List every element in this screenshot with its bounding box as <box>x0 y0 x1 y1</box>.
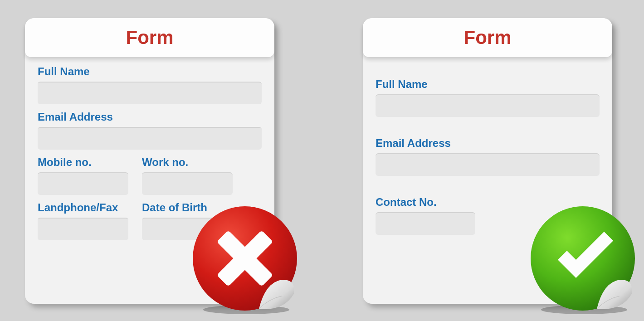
label-work: Work no. <box>142 156 233 169</box>
label-full-name-good: Full Name <box>376 78 600 91</box>
bad-form-header: Form <box>25 18 274 57</box>
field-landphone: Landphone/Fax <box>38 201 128 240</box>
input-landphone[interactable] <box>38 218 128 240</box>
correct-sticker-icon <box>526 202 639 315</box>
field-email-good: Email Address <box>376 137 600 176</box>
field-work: Work no. <box>142 156 233 195</box>
field-full-name: Full Name <box>38 65 262 104</box>
label-email-good: Email Address <box>376 137 600 150</box>
label-email: Email Address <box>38 111 262 123</box>
input-email[interactable] <box>38 127 262 150</box>
field-full-name-good: Full Name <box>376 78 600 117</box>
good-form-title: Form <box>464 27 512 49</box>
input-contact-good[interactable] <box>376 212 475 235</box>
input-mobile[interactable] <box>38 172 128 195</box>
label-mobile: Mobile no. <box>38 156 128 169</box>
input-email-good[interactable] <box>376 153 600 176</box>
field-email: Email Address <box>38 111 262 150</box>
bad-form-card: Form Full Name Email Address Mobile no. … <box>25 18 274 304</box>
good-form-header: Form <box>363 18 612 57</box>
label-full-name: Full Name <box>38 65 262 78</box>
input-full-name-good[interactable] <box>376 94 600 117</box>
input-full-name[interactable] <box>38 82 262 104</box>
field-mobile: Mobile no. <box>38 156 128 195</box>
good-form-card: Form Full Name Email Address Contact No. <box>363 18 612 304</box>
incorrect-sticker-icon <box>188 202 302 315</box>
bad-form-title: Form <box>126 27 174 49</box>
input-work[interactable] <box>142 172 233 195</box>
label-landphone: Landphone/Fax <box>38 201 128 214</box>
